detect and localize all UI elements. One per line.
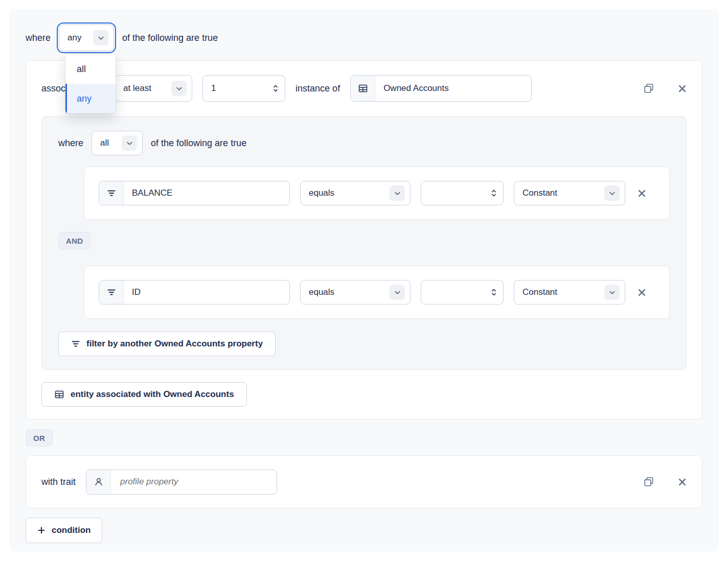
remove-condition-button[interactable] [678,84,687,93]
and-connector-badge: AND [58,232,90,249]
quantifier-value: at least [123,83,151,94]
add-property-filter-button[interactable]: filter by another Owned Accounts propert… [58,332,276,356]
table-icon [351,76,375,101]
root-group-header: where any of the following are true [26,25,702,51]
value-type-select[interactable]: Constant [514,181,625,205]
association-condition-card: associated with at least instance of Own… [26,60,702,419]
association-header-row: associated with at least instance of Own… [41,75,687,102]
person-icon [86,470,111,494]
where-label: where [26,33,51,43]
root-match-select[interactable]: any [59,25,114,51]
table-icon [54,389,64,400]
nested-group-header: where all of the following are true [58,131,670,155]
plus-icon [37,526,46,534]
operator-value: equals [309,188,334,198]
chevron-down-icon [93,30,108,45]
value-type-select[interactable]: Constant [514,280,625,305]
chevron-down-icon [390,185,405,201]
stepper-icon[interactable] [272,84,279,93]
dropdown-option-all[interactable]: all [65,54,116,84]
dropdown-option-any[interactable]: any [65,84,116,113]
operator-select[interactable]: equals [300,280,411,305]
of-following-label: of the following are true [122,33,218,43]
property-value: ID [124,280,289,304]
filter-icon [99,181,124,205]
duplicate-condition-button[interactable] [643,476,654,487]
duplicate-condition-button[interactable] [643,83,654,94]
property-select[interactable]: BALANCE [99,181,290,205]
stepper-icon[interactable] [491,189,497,198]
instance-count-input[interactable] [202,75,285,102]
chevron-down-icon [122,135,137,151]
add-associated-entity-button[interactable]: entity associated with Owned Accounts [41,382,247,407]
remove-filter-button[interactable] [638,189,646,198]
close-icon [678,478,687,486]
copy-icon [643,476,654,487]
stepper-icon[interactable] [491,288,497,297]
trait-condition-card: with trait [26,455,702,508]
profile-property-input-wrap [111,470,277,494]
comparison-value[interactable] [428,287,491,298]
chevron-down-icon [390,285,405,300]
match-select-dropdown: all any [65,54,116,113]
add-condition-label: condition [52,525,90,535]
property-condition-row: ID equals Constant [84,266,670,319]
remove-filter-button[interactable] [638,288,646,297]
entity-value: Owned Accounts [375,76,531,101]
property-select[interactable]: ID [99,280,290,305]
or-connector-badge: OR [26,429,53,447]
value-type-value: Constant [522,287,557,297]
chevron-down-icon [604,185,620,201]
add-associated-entity-label: entity associated with Owned Accounts [71,389,234,400]
profile-property-select[interactable] [86,470,277,495]
close-icon [678,84,687,93]
instance-count-value[interactable] [210,83,272,94]
operator-select[interactable]: equals [300,181,411,205]
segment-condition-builder: where any of the following are true all … [9,9,719,552]
close-icon [638,288,646,297]
operator-value: equals [309,287,334,297]
root-match-value: any [67,33,81,43]
comparison-value-input[interactable] [421,181,504,205]
remove-condition-button[interactable] [678,478,687,486]
value-type-value: Constant [522,188,557,198]
close-icon [638,189,646,198]
add-property-filter-label: filter by another Owned Accounts propert… [86,339,263,349]
copy-icon [643,83,654,94]
profile-property-input[interactable] [119,476,271,487]
filter-icon [71,339,80,348]
chevron-down-icon [171,81,187,96]
chevron-down-icon [604,285,620,300]
add-condition-button[interactable]: condition [26,518,102,543]
of-following-label: of the following are true [151,138,246,149]
instance-of-label: instance of [295,83,340,94]
with-trait-label: with trait [41,477,76,487]
property-condition-row: BALANCE equals Constant [84,167,670,220]
filter-icon [99,280,124,304]
entity-select[interactable]: Owned Accounts [350,75,532,102]
comparison-value[interactable] [428,188,491,199]
where-label: where [58,138,83,149]
comparison-value-input[interactable] [421,280,504,305]
quantifier-select[interactable]: at least [115,75,192,102]
nested-match-select[interactable]: all [92,131,143,155]
nested-match-value: all [100,138,109,148]
nested-filter-group: where all of the following are true BALA… [41,116,687,370]
property-value: BALANCE [124,181,289,205]
